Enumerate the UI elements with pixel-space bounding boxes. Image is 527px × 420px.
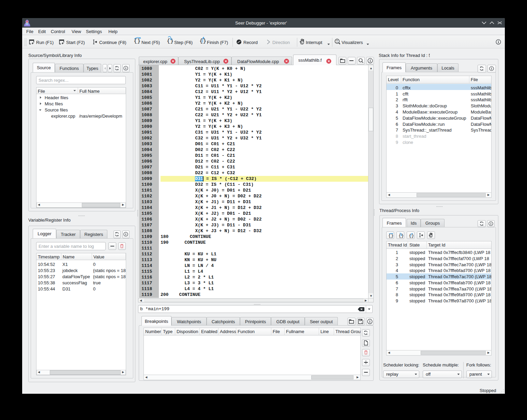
svg-text:010: 010 — [336, 40, 338, 41]
svg-text:101: 101 — [336, 42, 338, 43]
